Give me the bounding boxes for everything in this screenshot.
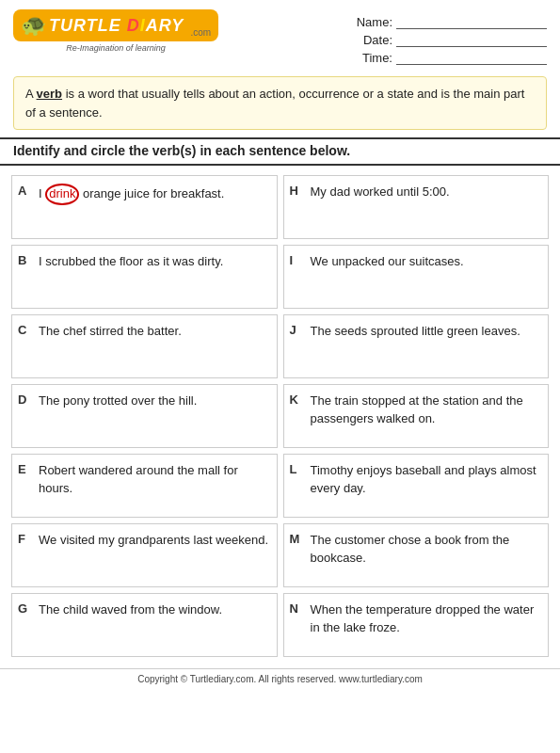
definition-verb: verb xyxy=(37,87,62,101)
logo-com: .com xyxy=(190,27,211,38)
card-k-label: K xyxy=(290,393,305,407)
card-i-text: We unpacked our suitcases. xyxy=(311,253,541,271)
footer: Copyright © Turtlediary.com. All rights … xyxy=(0,668,560,688)
card-e-text: Robert wandered around the mall for hour… xyxy=(39,462,269,498)
card-f-label: F xyxy=(18,532,33,546)
card-d: D The pony trotted over the hill. xyxy=(11,384,278,448)
card-g: G The child waved from the window. xyxy=(11,593,278,657)
card-i: I We unpacked our suitcases. xyxy=(283,245,550,309)
logo: 🐢 TURTLE DIARY .com Re-Imagination of le… xyxy=(13,9,218,53)
card-e: E Robert wandered around the mall for ho… xyxy=(11,454,278,518)
cards-grid: A I drink orange juice for breakfast. H … xyxy=(0,171,560,661)
card-b-text: I scrubbed the floor as it was dirty. xyxy=(39,253,269,271)
card-m-label: M xyxy=(290,532,305,546)
card-n-label: N xyxy=(290,601,305,616)
card-b-label: B xyxy=(18,253,33,267)
date-line xyxy=(396,34,547,47)
name-label: Name: xyxy=(355,15,392,29)
card-l: L Timothy enjoys baseball and plays almo… xyxy=(283,454,550,518)
card-f-text: We visited my grandparents last weekend. xyxy=(39,532,269,550)
turtle-icon: 🐢 xyxy=(21,13,46,38)
card-g-label: G xyxy=(18,601,33,616)
card-c-text: The chef stirred the batter. xyxy=(39,323,269,341)
card-k: K The train stopped at the station and t… xyxy=(283,384,550,448)
card-h-text: My dad worked until 5:00. xyxy=(311,184,541,201)
date-row: Date: xyxy=(355,33,547,47)
logo-image: 🐢 TURTLE DIARY .com xyxy=(13,9,218,41)
card-n-text: When the temperature dropped the water i… xyxy=(311,601,541,637)
logo-text: TURTLE DIARY xyxy=(49,16,184,36)
card-j-label: J xyxy=(290,323,305,337)
card-m-text: The customer chose a book from the bookc… xyxy=(311,532,541,568)
card-m: M The customer chose a book from the boo… xyxy=(283,523,550,587)
card-a-text: I drink orange juice for breakfast. xyxy=(39,184,269,205)
card-j: J The seeds sprouted little green leaves… xyxy=(283,314,550,378)
card-n: N When the temperature dropped the water… xyxy=(283,593,550,657)
card-k-text: The train stopped at the station and the… xyxy=(311,393,541,428)
date-label: Date: xyxy=(355,33,392,47)
card-e-label: E xyxy=(18,462,33,476)
definition-before: A xyxy=(25,87,37,101)
name-fields: Name: Date: Time: xyxy=(355,15,547,65)
card-j-text: The seeds sprouted little green leaves. xyxy=(311,323,541,341)
card-a: A I drink orange juice for breakfast. xyxy=(11,175,278,239)
time-label: Time: xyxy=(355,51,392,65)
card-a-label: A xyxy=(18,184,33,198)
name-row: Name: xyxy=(355,15,547,29)
card-d-text: The pony trotted over the hill. xyxy=(39,393,269,410)
circled-word: drink xyxy=(45,184,79,205)
logo-subtitle: Re-Imagination of learning xyxy=(66,43,166,53)
card-i-label: I xyxy=(290,253,305,267)
card-c-label: C xyxy=(18,323,33,337)
card-h-label: H xyxy=(290,184,305,198)
definition-after: is a word that usually tells about an ac… xyxy=(25,87,524,120)
time-row: Time: xyxy=(355,51,547,65)
card-l-label: L xyxy=(290,462,305,476)
time-line xyxy=(396,52,547,65)
card-d-label: D xyxy=(18,393,33,407)
card-f: F We visited my grandparents last weeken… xyxy=(11,523,278,587)
card-l-text: Timothy enjoys baseball and plays almost… xyxy=(311,462,541,498)
card-b: B I scrubbed the floor as it was dirty. xyxy=(11,245,278,309)
card-g-text: The child waved from the window. xyxy=(39,601,269,619)
definition-box: A verb is a word that usually tells abou… xyxy=(13,76,547,130)
card-c: C The chef stirred the batter. xyxy=(11,314,278,378)
card-h: H My dad worked until 5:00. xyxy=(283,175,550,239)
header: 🐢 TURTLE DIARY .com Re-Imagination of le… xyxy=(0,0,560,71)
instruction: Identify and circle the verb(s) in each … xyxy=(0,137,560,166)
name-line xyxy=(396,16,547,29)
